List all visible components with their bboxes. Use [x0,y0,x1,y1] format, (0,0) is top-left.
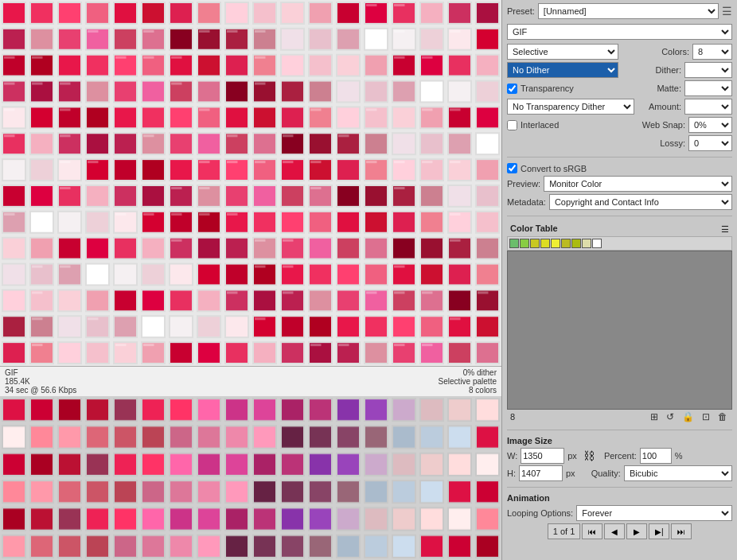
convert-srgb-row: Convert to sRGB [507,163,732,173]
color-swatches-row [507,236,732,251]
color-swatch[interactable] [571,239,581,248]
color-table-area [507,251,732,410]
preview-label: Preview: [507,179,540,189]
format-select[interactable]: GIF [507,24,732,40]
transparency-checkbox[interactable] [507,84,517,94]
color-table-header: Color Table ☰ [507,222,732,236]
metadata-select[interactable]: Copyright and Contact Info [549,194,732,210]
looping-label: Looping Options: [507,508,573,518]
image-info-bar: GIF 185.4K 34 sec @ 56.6 Kbps 0% dither … [0,366,501,396]
color-table-section: Color Table ☰ 8 ⊞ ↺ 🔒 ⊡ 🗑 [507,222,732,424]
palette-select[interactable]: Selective [507,44,618,60]
palette-colors-row: Selective Colors: 8 [507,44,732,60]
color-table-menu-icon[interactable]: ☰ [721,224,729,235]
preview-row: Preview: Monitor Color [507,176,732,192]
color-table-title: Color Table [510,224,558,233]
transparency-row: Transparency Matte: [507,80,732,96]
frame-counter: 1 of 1 [548,523,581,539]
image-preview-bottom [0,396,501,560]
play-button[interactable]: ▶ [626,523,647,539]
dither-row: No Dither Dither: [507,62,732,78]
lossy-row: Lossy: 0 [507,135,732,151]
height-px-label: px [566,469,575,478]
preview-select[interactable]: Monitor Color [544,176,732,192]
color-swatch[interactable] [520,239,529,248]
preset-select[interactable]: [Unnamed] [538,3,719,19]
height-label: H: [507,469,516,478]
color-swatch[interactable] [592,239,602,248]
color-swatch[interactable] [561,239,571,248]
image-size-title: Image Size [507,436,732,445]
first-frame-button[interactable]: ⏮ [582,523,602,539]
image-size-section: Image Size W: px ⛓ Percent: % H: px Qual… [507,436,732,481]
interlaced-label: Interlaced [521,120,559,130]
width-row: W: px ⛓ Percent: % [507,448,732,464]
color-snap-icon[interactable]: ⊞ [649,411,660,422]
amount-label: Amount: [649,102,681,111]
convert-srgb-label: Convert to sRGB [521,164,587,173]
color-lock-icon[interactable]: 🔒 [680,411,696,422]
color-swatch[interactable] [530,239,540,248]
quality-select[interactable]: Bicubic [624,465,732,481]
animation-section: Animation Looping Options: Forever 1 of … [507,493,732,539]
percent-input[interactable] [640,448,672,464]
color-table-icons: ⊞ ↺ 🔒 ⊡ 🗑 [649,411,729,422]
dither-select[interactable]: No Dither [507,62,618,78]
width-px-label: px [567,451,577,461]
right-panel: Preset: [Unnamed] ☰ GIF Selective Colors… [501,0,737,560]
matte-select[interactable] [684,80,732,96]
web-snap-label: Web Snap: [642,120,685,130]
metadata-label: Metadata: [507,197,546,207]
width-label: W: [507,451,517,461]
animation-title: Animation [507,493,732,503]
palette-type-label: Selective palette [439,377,497,386]
color-swatch[interactable] [582,239,591,248]
format-label: GIF [5,368,76,377]
preset-menu-icon[interactable]: ☰ [722,5,732,18]
link-wh-icon[interactable]: ⛓ [583,449,595,462]
metadata-row: Metadata: Copyright and Contact Info [507,194,732,210]
color-swatch[interactable] [540,239,550,248]
format-row: GIF [507,24,732,40]
preset-label: Preset: [507,6,535,16]
colors-select[interactable]: 8 [692,44,732,60]
web-snap-select[interactable]: 0% [688,117,732,133]
pct-label: % [675,451,683,461]
width-input[interactable] [521,448,564,464]
matte-label: Matte: [657,84,681,93]
prev-frame-button[interactable]: ◀ [604,523,625,539]
convert-srgb-checkbox[interactable] [507,163,517,173]
file-size-label: 185.4K [5,377,76,386]
time-label: 34 sec @ 56.6 Kbps [5,386,76,395]
height-row: H: px Quality: Bicubic [507,465,732,481]
percent-label: Percent: [604,451,637,461]
interlaced-checkbox[interactable] [507,120,517,130]
color-duplicate-icon[interactable]: ⊡ [700,411,712,422]
dither-pct-label: 0% dither [463,368,497,377]
amount-select[interactable] [684,99,732,115]
colors-label: Colors: [661,47,689,56]
left-panel: GIF 185.4K 34 sec @ 56.6 Kbps 0% dither … [0,0,501,560]
lossy-select[interactable]: 0 [688,135,732,151]
dither-amount-select[interactable] [684,62,732,78]
lossy-label: Lossy: [660,138,685,148]
color-count-label: 8 [510,412,515,422]
quality-label: Quality: [591,469,621,478]
playback-controls: 1 of 1 ⏮ ◀ ▶ ▶| ⏭ [507,523,732,539]
preset-row: Preset: [Unnamed] ☰ [507,3,732,19]
interlaced-websnap-row: Interlaced Web Snap: 0% [507,117,732,133]
color-swatch[interactable] [509,239,519,248]
transparency-dither-row: No Transparency Dither Amount: [507,99,732,115]
looping-select[interactable]: Forever [576,505,732,521]
image-preview-top [0,0,501,366]
height-input[interactable] [519,465,563,481]
color-delete-icon[interactable]: 🗑 [716,411,729,422]
last-frame-button[interactable]: ⏭ [671,523,692,539]
transparency-dither-select[interactable]: No Transparency Dither [507,99,634,115]
dither-label: Dither: [656,65,681,75]
looping-row: Looping Options: Forever [507,505,732,521]
color-swatch[interactable] [551,239,560,248]
color-add-icon[interactable]: ↺ [665,411,676,422]
next-frame-button[interactable]: ▶| [649,523,669,539]
transparency-label: Transparency [521,84,574,93]
